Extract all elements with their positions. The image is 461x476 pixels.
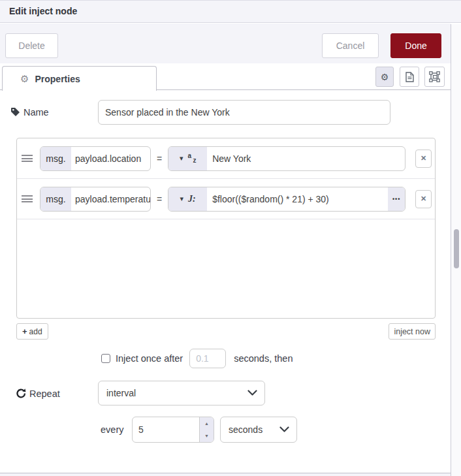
tab-properties-label: Properties <box>35 74 80 84</box>
remove-property-button[interactable]: ✕ <box>415 190 432 208</box>
inject-once-suffix-label: seconds, then <box>234 353 293 364</box>
close-icon: ✕ <box>421 195 426 203</box>
property-key-value[interactable]: payload.location <box>71 147 150 170</box>
delete-button[interactable]: Delete <box>5 33 58 58</box>
string-type-icon: a z <box>187 153 196 165</box>
inject-now-button[interactable]: inject now <box>389 323 436 340</box>
interval-units-value: seconds <box>221 424 279 435</box>
property-key-value[interactable]: payload.temperature <box>71 187 150 211</box>
type-select-button[interactable]: ▾ a z <box>168 147 207 170</box>
drag-handle-icon[interactable] <box>22 194 33 204</box>
gear-icon: ⚙ <box>381 72 389 82</box>
number-spinner: ▲ ▼ <box>199 417 214 442</box>
tab-properties[interactable]: ⚙ Properties <box>2 66 157 91</box>
property-row-location: msg. payload.location = ▾ a z New York ✕ <box>17 138 435 179</box>
property-list: msg. payload.location = ▾ a z New York ✕ <box>16 138 436 319</box>
interval-value-input[interactable]: 5 ▲ ▼ <box>132 417 214 443</box>
msg-prefix-label: msg. <box>40 187 71 211</box>
add-property-button[interactable]: + add <box>16 323 48 340</box>
repeat-icon <box>16 388 27 399</box>
property-row-temperature: msg. payload.temperature = ▾ J: $floor((… <box>17 179 435 219</box>
document-icon <box>405 72 414 82</box>
inject-once-row: Inject once after 0.1 seconds, then <box>101 349 293 368</box>
msg-prefix-label: msg. <box>40 147 71 170</box>
dialog-header: Edit inject node <box>0 1 461 23</box>
interval-value-text[interactable]: 5 <box>133 417 199 442</box>
drag-handle-icon[interactable] <box>22 153 33 164</box>
repeat-select[interactable]: interval <box>98 381 265 405</box>
remove-property-button[interactable]: ✕ <box>415 150 432 168</box>
equals-label: = <box>157 194 162 204</box>
edit-inject-dialog: Edit inject node Delete Cancel Done ⚙ Pr… <box>0 0 461 476</box>
name-label: Name <box>24 107 49 118</box>
tag-icon <box>10 107 21 118</box>
cancel-button[interactable]: Cancel <box>322 33 379 58</box>
expand-editor-button[interactable]: ••• <box>388 187 405 211</box>
dialog-title: Edit inject node <box>9 1 77 22</box>
repeat-selected-value: interval <box>99 388 247 398</box>
properties-view-button[interactable]: ⚙ <box>375 67 394 87</box>
type-select-button[interactable]: ▾ J: <box>168 187 207 211</box>
property-key-input[interactable]: msg. payload.location <box>40 146 151 171</box>
interval-units-select[interactable]: seconds <box>220 417 297 443</box>
appearance-view-button[interactable] <box>424 67 445 87</box>
repeat-label: Repeat <box>29 389 60 399</box>
done-button[interactable]: Done <box>390 33 441 58</box>
spinner-up-icon[interactable]: ▲ <box>200 417 214 430</box>
expression-type-icon: J: <box>188 194 196 204</box>
every-label: every <box>101 424 123 435</box>
node-appearance-icon <box>429 71 440 82</box>
chevron-down-icon <box>279 426 289 433</box>
dialog-button-bar: Delete Cancel Done <box>0 24 451 63</box>
scrollbar-track[interactable] <box>451 24 461 476</box>
property-value-text[interactable]: $floor(($random() * 21) + 30) <box>207 187 388 211</box>
scrollbar-thumb[interactable] <box>454 229 459 268</box>
chevron-down-icon: ▾ <box>180 155 183 162</box>
property-value-input[interactable]: ▾ a z New York <box>168 146 405 171</box>
ellipsis-icon: ••• <box>392 196 400 202</box>
inject-once-checkbox[interactable] <box>101 354 110 363</box>
plus-icon: + <box>22 326 27 336</box>
close-icon: ✕ <box>421 154 426 163</box>
inject-once-label: Inject once after <box>116 353 183 364</box>
inject-once-delay-input[interactable]: 0.1 <box>189 349 226 368</box>
spinner-down-icon[interactable]: ▼ <box>200 430 214 442</box>
description-view-button[interactable] <box>400 67 419 87</box>
chevron-down-icon: ▾ <box>180 195 184 202</box>
name-input[interactable]: Sensor placed in the New York <box>98 100 390 125</box>
dialog-bottom-edge <box>0 473 461 476</box>
property-value-text[interactable]: New York <box>207 147 405 170</box>
property-value-input[interactable]: ▾ J: $floor(($random() * 21) + 30) ••• <box>168 187 405 212</box>
inject-now-label: inject now <box>394 327 430 336</box>
property-key-input[interactable]: msg. payload.temperature <box>40 187 151 212</box>
equals-label: = <box>157 153 162 164</box>
gear-icon: ⚙ <box>20 74 29 84</box>
tab-bar: ⚙ Properties ⚙ <box>0 66 451 90</box>
add-property-label: add <box>29 327 42 336</box>
chevron-down-icon <box>247 390 257 396</box>
